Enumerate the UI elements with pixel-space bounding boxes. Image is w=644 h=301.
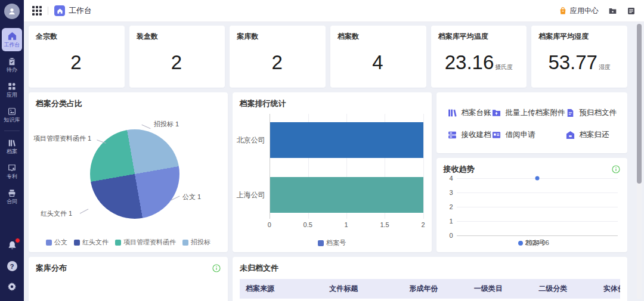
stat-label: 档案库平均温度 xyxy=(438,32,520,42)
legend-label: 项目管理资料函件 xyxy=(123,238,176,247)
quick-action-label: 接收建档 xyxy=(462,130,491,140)
knowledge-base-icon xyxy=(8,107,16,116)
borrow-request-icon xyxy=(491,130,501,140)
legend-label: 档案号 xyxy=(525,238,545,247)
repository-distribution-panel: 案库分布 xyxy=(29,257,228,301)
stat-unit: 湿度 xyxy=(599,64,611,70)
gridline xyxy=(457,193,618,193)
stat-cards-row: 全宗数 2 装盒数 2 案库数 2 档案数 4 档案库平均温度 23.16摄氏度… xyxy=(29,26,627,88)
gridline xyxy=(457,207,618,207)
page-title: 工作台 xyxy=(69,5,92,16)
sidebar-item-contracts[interactable]: 合同 xyxy=(2,185,22,208)
charts-row: 档案分类占比 招投标 1 公文 1 红头文件 1 项目管理资料函件 1 公文 红… xyxy=(29,92,627,252)
stat-value: 23.16 xyxy=(445,51,494,73)
legend-label: 红头文件 xyxy=(82,238,109,247)
cell-secondary-category: 非标准合同 xyxy=(532,299,597,301)
panel-title: 未归档文件 xyxy=(240,263,620,274)
task-list-button[interactable] xyxy=(627,7,636,15)
stat-value: 2 xyxy=(272,51,283,73)
stat-label: 装盒数 xyxy=(137,32,218,42)
sidebar-item-label: 知识库 xyxy=(4,117,20,123)
sidebar-item-label: 工作台 xyxy=(4,42,20,48)
legend-item[interactable]: 档案号 xyxy=(318,238,346,247)
legend-swatch xyxy=(318,240,324,246)
legend-label: 招投标 xyxy=(191,238,210,247)
stat-card-avg-humidity: 档案库平均湿度 53.77湿度 xyxy=(531,26,627,88)
gear-icon xyxy=(7,282,17,291)
legend-item[interactable]: 招投标 xyxy=(182,238,210,247)
app-center-bag-icon xyxy=(559,7,567,15)
legend-item[interactable]: 红头文件 xyxy=(74,238,109,247)
col-formation-year: 形成年份 xyxy=(403,279,467,299)
quick-action-label: 借阅申请 xyxy=(506,130,535,140)
clipboard-check-icon xyxy=(8,57,16,66)
quick-action-batch-upload[interactable]: 批量上传档案附件 xyxy=(491,108,565,118)
col-primary-category: 一级类目 xyxy=(468,279,532,299)
legend-item[interactable]: 档案号 xyxy=(518,238,545,247)
sidebar-bottom: ? xyxy=(0,240,24,301)
sidebar-item-archives[interactable]: 档案 xyxy=(2,135,22,158)
user-icon xyxy=(8,7,16,15)
quick-action-label: 批量上传档案附件 xyxy=(506,108,565,118)
workspace-folder-button[interactable] xyxy=(608,7,617,15)
stat-card-repositories: 案库数 2 xyxy=(230,26,326,88)
scrollbar-thumb[interactable] xyxy=(637,24,642,184)
quick-action-archive-return[interactable]: 档案归还 xyxy=(565,130,617,140)
sidebar-item-label: 待办 xyxy=(7,67,17,73)
pie-leader-line xyxy=(141,125,150,129)
contract-printer-icon xyxy=(8,189,16,197)
sidebar-item-patents[interactable]: 专利 xyxy=(2,160,22,183)
x-tick: 2 xyxy=(421,221,425,228)
gridline xyxy=(423,114,424,219)
legend-item[interactable]: 公文 xyxy=(46,238,67,247)
stat-label: 全宗数 xyxy=(36,32,117,42)
quick-action-label: 档案台账 xyxy=(462,108,491,118)
china-map-outline xyxy=(36,274,221,301)
folder-icon xyxy=(608,7,617,15)
legend-item[interactable]: 项目管理资料函件 xyxy=(115,238,176,247)
sidebar-item-label: 应用 xyxy=(7,92,17,98)
info-icon[interactable] xyxy=(612,165,620,173)
col-physical-copies: 实体份数 xyxy=(597,279,620,299)
pie-callout-bidding: 招投标 1 xyxy=(154,120,179,129)
cell-archive-source: 合同管理 xyxy=(240,299,323,301)
legend-label: 公文 xyxy=(54,238,67,247)
table-row[interactable]: 合同管理 产品销售合同 2024 合同档案 非标准合同 xyxy=(240,299,620,301)
pre-archive-file-icon xyxy=(565,108,575,118)
quick-action-pre-archive[interactable]: 预归档文件 xyxy=(565,108,617,118)
notifications-button[interactable] xyxy=(7,240,17,250)
sidebar-item-todo[interactable]: 待办 xyxy=(2,54,22,76)
app-launcher-button[interactable] xyxy=(32,6,42,15)
sidebar-item-apps[interactable]: 应用 xyxy=(2,79,22,101)
sidebar-item-label: 专利 xyxy=(7,173,17,179)
help-button[interactable]: ? xyxy=(7,261,17,271)
col-secondary-category: 二级分类 xyxy=(532,279,597,299)
bar-category-label: 北京公司 xyxy=(237,135,265,145)
stat-value: 4 xyxy=(372,51,383,73)
pie-callout-project-docs: 项目管理资料函件 1 xyxy=(33,134,91,143)
legend-dot xyxy=(518,241,523,246)
info-icon[interactable] xyxy=(212,264,221,272)
page-scrollbar xyxy=(637,24,642,299)
quick-action-borrow-request[interactable]: 借阅申请 xyxy=(491,130,565,140)
avatar[interactable] xyxy=(4,4,20,19)
gridline xyxy=(457,221,618,222)
quick-action-receive-create[interactable]: 接收建档 xyxy=(447,130,491,140)
app-center-button[interactable]: 应用中心 xyxy=(559,6,599,16)
settings-button[interactable] xyxy=(7,282,17,291)
legend-swatch xyxy=(46,240,52,246)
document-list-icon xyxy=(627,7,636,15)
stat-card-avg-temperature: 档案库平均温度 23.16摄氏度 xyxy=(431,26,527,88)
workbench-home-button[interactable] xyxy=(54,5,65,16)
sidebar-item-workbench[interactable]: 工作台 xyxy=(2,28,22,51)
right-column: 档案台账 批量上传档案附件 预归档文件 接收建档 xyxy=(436,92,628,252)
cell-physical-copies xyxy=(597,299,620,301)
quick-action-archive-ledger[interactable]: 档案台账 xyxy=(447,108,491,118)
pie-callout-redhead-doc: 红头文件 1 xyxy=(41,209,72,218)
sidebar-item-knowledge[interactable]: 知识库 xyxy=(2,104,22,126)
main-content: 全宗数 2 装盒数 2 案库数 2 档案数 4 档案库平均温度 23.16摄氏度… xyxy=(24,22,644,301)
bar-category-label: 上海公司 xyxy=(237,190,265,200)
cell-primary-category: 合同档案 xyxy=(468,299,532,301)
x-tick: 1.5 xyxy=(380,221,389,228)
stat-label: 档案库平均湿度 xyxy=(538,32,620,42)
